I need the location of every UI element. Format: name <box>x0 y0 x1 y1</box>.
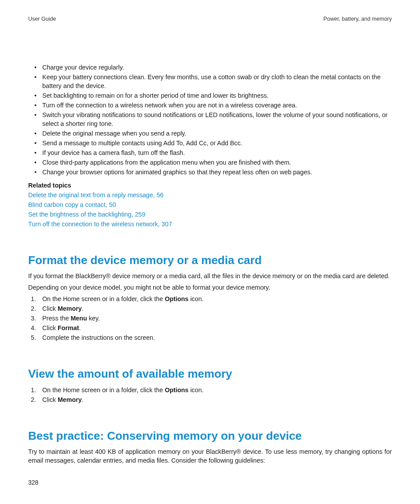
list-item: Keep your battery connections clean. Eve… <box>28 73 392 90</box>
list-item: If your device has a camera flash, turn … <box>28 148 392 157</box>
list-item: Close third-party applications from the … <box>28 158 392 167</box>
section-heading-best-practice: Best practice: Conserving memory on your… <box>28 428 392 444</box>
step-text: On the Home screen or in a folder, click… <box>42 295 165 302</box>
list-item: Change your browser options for animated… <box>28 168 392 177</box>
list-item: Delete the original message when you sen… <box>28 129 392 138</box>
step-text: Press the <box>42 315 70 322</box>
related-link[interactable]: Delete the original text from a reply me… <box>28 191 392 199</box>
step-text: On the Home screen or in a folder, click… <box>42 386 165 394</box>
paragraph: Depending on your device model, you migh… <box>28 283 392 292</box>
battery-tips-list: Charge your device regularly. Keep your … <box>28 63 392 177</box>
paragraph: If you format the BlackBerry® device mem… <box>28 272 392 280</box>
step-text: key. <box>87 315 100 322</box>
step-text: icon. <box>188 386 203 394</box>
step-item: Press the Menu key. <box>28 314 392 323</box>
step-bold: Memory <box>58 305 82 312</box>
list-item: Charge your device regularly. <box>28 63 392 72</box>
page-number: 328 <box>28 478 38 487</box>
header-left: User Guide <box>28 15 56 23</box>
step-text: Click <box>42 324 58 331</box>
list-item: Send a message to multiple contacts usin… <box>28 139 392 147</box>
step-text: . <box>82 396 84 403</box>
step-text: Click <box>42 396 58 403</box>
page-header: User Guide Power, battery, and memory <box>28 15 392 23</box>
step-bold: Options <box>165 386 188 394</box>
step-item: On the Home screen or in a folder, click… <box>28 386 392 394</box>
step-item: Click Memory. <box>28 395 392 404</box>
view-steps: On the Home screen or in a folder, click… <box>28 386 392 404</box>
step-text: icon. <box>188 295 203 302</box>
step-bold: Options <box>165 295 188 302</box>
list-item: Switch your vibrating notifications to s… <box>28 110 392 128</box>
step-item: Complete the instructions on the screen. <box>28 333 392 342</box>
section-heading-format: Format the device memory or a media card <box>28 252 392 268</box>
header-right: Power, battery, and memory <box>324 15 392 23</box>
step-item: On the Home screen or in a folder, click… <box>28 294 392 303</box>
related-topics-heading: Related topics <box>28 181 392 190</box>
list-item: Set backlighting to remain on for a shor… <box>28 91 392 100</box>
step-text: . <box>79 324 81 331</box>
section-heading-view: View the amount of available memory <box>28 366 392 382</box>
related-link[interactable]: Set the brightness of the backlighting, … <box>28 210 392 219</box>
step-text: Click <box>42 305 58 312</box>
step-item: Click Memory. <box>28 304 392 313</box>
related-link[interactable]: Blind carbon copy a contact, 50 <box>28 200 392 209</box>
related-link[interactable]: Turn off the connection to the wireless … <box>28 220 392 228</box>
document-page: User Guide Power, battery, and memory Ch… <box>0 0 420 504</box>
step-bold: Menu <box>70 315 87 322</box>
paragraph: Try to maintain at least 400 KB of appli… <box>28 447 392 465</box>
step-bold: Memory <box>58 396 82 403</box>
step-item: Click Format. <box>28 324 392 332</box>
step-text: . <box>82 305 84 312</box>
step-bold: Format <box>58 324 79 331</box>
format-steps: On the Home screen or in a folder, click… <box>28 294 392 342</box>
list-item: Turn off the connection to a wireless ne… <box>28 101 392 110</box>
